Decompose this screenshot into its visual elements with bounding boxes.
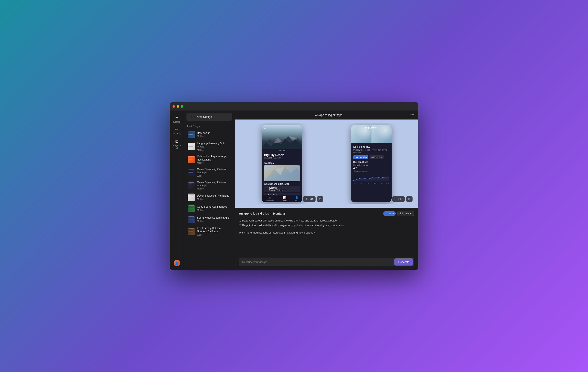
add-past-day-button[interactable]: Add past day [370,155,384,159]
ski-day-screen: ← Big Couloir Log a ski day It's easy to… [351,125,392,202]
tab-stats[interactable]: 📊 Stats [282,196,287,201]
edit-theme-button[interactable]: Edit theme [397,211,414,216]
text-to-ui-label: Text to UI [172,132,181,135]
back-arrow-icon[interactable]: ← [264,126,267,130]
main-area: An app to log ski trips ••• [235,110,418,270]
project-item-8[interactable]: Sports Video Streaming App Mobile [185,214,233,225]
project-name-3: Onboarding Page for App Notifications [197,155,231,162]
image-to-ui-label: Image to UI [172,144,182,149]
theme-toggle[interactable]: Aa ✎ [383,211,396,216]
sidebar-item-explore[interactable]: ✦ Explore [171,114,183,125]
sidebar-item-image-to-ui[interactable]: ⊡ Image to UI [171,137,183,151]
dot-1 [279,150,280,151]
generate-button[interactable]: Generate [394,258,413,265]
dot-4 [283,150,284,151]
grid-icon-1: ⊞ [319,198,321,200]
user-avatar[interactable]: 👤 [174,260,180,266]
design-input[interactable] [239,258,393,266]
new-design-button[interactable]: ＋ + New Design [186,113,232,121]
back-arrow2-icon[interactable]: ← [353,126,356,130]
project-info-2: Language Learning Quiz Pages Mobile [197,142,231,151]
project-name-1: New design [197,131,231,135]
tab-mountains-label: Mountains [266,199,274,201]
theme-pencil-icon: ✎ [392,212,394,215]
ski-resort-screen: ← Big Sky [262,125,302,202]
chat-description-list: Page with carousel images on top, showin… [239,218,414,228]
chat-list-item-2: Page to track ski activities with images… [242,223,414,228]
project-name-4: Game Streaming Platform Settings [197,168,231,174]
maximize-dot[interactable] [181,105,183,108]
more-menu-icon[interactable]: ••• [410,113,414,117]
close-dot[interactable] [173,105,175,108]
project-thumb-3 [188,156,195,163]
weather-desc: Sunny, 30 degrees [269,189,286,191]
previews-area: ← Big Sky [235,120,418,208]
explore-label: Explore [173,121,180,123]
project-item-3[interactable]: Onboarding Page for App Notifications Mo… [185,153,233,166]
phone-mockup-1: ← Big Sky [262,125,302,202]
tab-pro[interactable]: 👤 Pro [295,196,298,201]
carousel-dots [262,149,302,152]
project-info-5: Game Streaming Platform Settings Mobile [197,181,231,190]
sidebar-item-text-to-ui[interactable]: ✏ Text to UI [171,126,183,137]
project-info-9: Eco-Friendly Hotel in Northern Californi… [197,227,231,236]
edit-wand-icon-2: ✦ [395,198,397,200]
ski2-content: Log a ski day It's easy to keep track of… [351,143,392,187]
project-name-2: Language Learning Quiz Pages [197,142,231,148]
project-item-2[interactable]: Language Learning Quiz Pages Mobile [185,140,233,153]
run-conditions-label: Run conditions [353,161,389,163]
project-type-7: Mobile [197,209,231,211]
chat-controls: Aa ✎ Edit theme [383,211,414,216]
tab-pro-label: Pro [295,199,298,201]
project-thumb-4 [188,169,195,176]
input-bar: Generate [239,258,414,266]
svg-marker-5 [264,167,300,181]
svg-marker-12 [371,136,382,143]
tab-bar-1: ⛰ Mountains 📊 Stats 👤 Pro [262,195,302,202]
weather-label: Weather [269,187,286,189]
preview-card-1: ← Big Sky [238,123,326,204]
project-sidebar: ＋ + New Design Last 7 days New design Mo… [184,110,235,270]
project-thumb-2 [188,143,195,150]
chart-day-tue: Tue [361,183,364,185]
preview-actions-2: ✦ Edit ⊞ [392,196,413,202]
project-thumb-1 [188,131,195,138]
grid-button-2[interactable]: ⊞ [406,196,413,202]
project-item-4[interactable]: Game Streaming Platform Settings Web [185,166,233,179]
chart-day-wed: Wed [367,183,370,185]
start-tracking-button[interactable]: Start tracking [353,155,368,159]
dot-2 [280,150,281,151]
project-type-1: Mobile [197,135,231,137]
avatar[interactable]: 👤 [174,260,180,266]
project-type-2: Mobile [197,149,231,151]
project-item-5[interactable]: Game Streaming Platform Settings Mobile [185,179,233,192]
svg-line-16 [383,137,386,139]
pro-icon: 👤 [295,196,298,199]
project-item-9[interactable]: Eco-Friendly Hotel in Northern Californi… [185,225,233,238]
trail-map-label: Trail Map [264,162,300,164]
svg-line-15 [382,137,383,140]
svg-marker-11 [376,131,388,143]
project-type-6: Mobile [197,198,231,200]
edit-button-1[interactable]: ✦ Edit [303,196,315,202]
phone-mockup-2: ← Big Couloir Log a ski day It's easy to… [351,125,392,202]
project-item-7[interactable]: Good Sports App Interface Mobile [185,203,233,214]
project-thumb-9 [188,228,195,235]
minimize-dot[interactable] [177,105,179,108]
project-info-1: New design Mobile [197,131,231,137]
project-name-6: Document Design Variations [197,194,231,197]
chat-area: An app to log ski trips in Montana Aa ✎ … [235,208,418,258]
mountains-icon: ⛰ [269,196,271,199]
chart-day-thu: Thu [374,183,377,185]
project-item-1[interactable]: New design Mobile [185,129,233,140]
grid-button-1[interactable]: ⊞ [317,196,323,202]
titlebar [170,102,418,110]
project-type-9: Web [197,233,231,236]
tab-mountains[interactable]: ⛰ Mountains [266,196,274,201]
edit-button-2[interactable]: ✦ Edit [392,196,405,202]
project-item-6[interactable]: Document Design Variations Mobile [185,192,233,203]
project-type-8: Mobile [197,220,231,222]
ski-hero-image: ← [262,125,302,149]
icon-rail: ✦ Explore ✏ Text to UI ⊡ Image to UI 👤 [170,110,184,270]
svg-marker-9 [351,132,371,143]
